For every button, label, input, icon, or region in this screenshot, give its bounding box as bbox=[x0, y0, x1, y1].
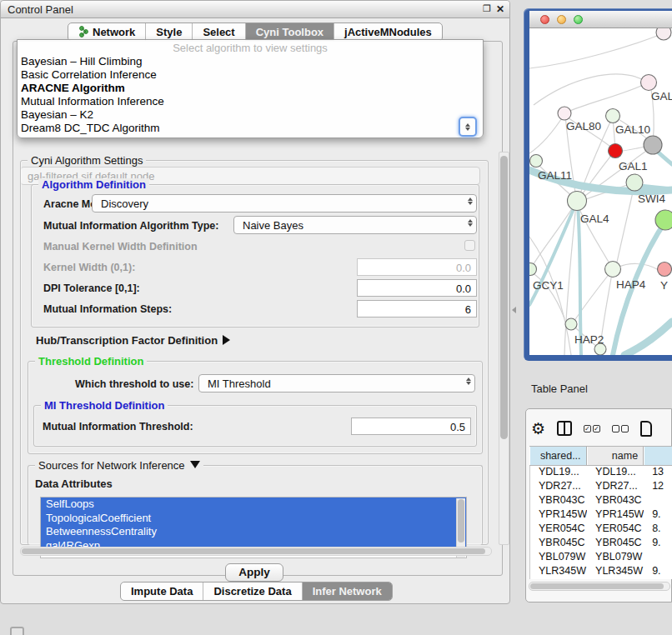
kernel-width-field[interactable]: 0.0 bbox=[357, 258, 477, 276]
sources-toggle[interactable]: Sources for Network Inference bbox=[35, 459, 203, 472]
combobox-arrows-icon bbox=[468, 219, 473, 227]
export-table-icon[interactable] bbox=[640, 421, 652, 437]
algorithm-option[interactable]: Bayesian – Hill Climbing bbox=[18, 55, 483, 68]
network-node[interactable] bbox=[626, 174, 643, 191]
close-window-icon[interactable]: ✕ bbox=[496, 3, 504, 15]
network-node[interactable] bbox=[558, 107, 571, 120]
scrollbar-thumb[interactable] bbox=[22, 548, 485, 554]
algorithm-definition-group: Algorithm Definition Aracne Mode: Discov… bbox=[31, 184, 479, 328]
tab-discretize-data[interactable]: Discretize Data bbox=[203, 582, 302, 600]
settings-horizontal-scrollbar[interactable] bbox=[20, 547, 492, 556]
table-row[interactable]: YBR043CYBR043C bbox=[530, 494, 672, 508]
table-cell: 13 bbox=[644, 466, 672, 480]
aracne-mode-combobox[interactable]: Discovery bbox=[92, 194, 477, 212]
network-node[interactable] bbox=[568, 192, 587, 211]
tab-jactivemnodules[interactable]: jActiveMNodules bbox=[334, 23, 442, 41]
network-node[interactable] bbox=[656, 28, 671, 40]
network-node[interactable] bbox=[565, 318, 577, 330]
table-cell: 9. bbox=[644, 508, 672, 522]
mi-steps-field[interactable]: 6 bbox=[357, 300, 477, 318]
column-header[interactable]: shared... bbox=[529, 447, 587, 465]
control-panel-window: Control Panel ❐ ✕ NetworkStyleSelectCyni… bbox=[0, 0, 510, 604]
network-node[interactable] bbox=[529, 263, 537, 276]
algorithm-dropdown-popup: Select algorithm to view settings Bayesi… bbox=[17, 39, 484, 138]
gear-icon[interactable]: ⚙ bbox=[531, 419, 545, 438]
collapsed-panel-icon[interactable] bbox=[10, 627, 24, 635]
which-threshold-value: MI Threshold bbox=[208, 378, 271, 390]
settings-vertical-scrollbar[interactable] bbox=[499, 152, 509, 545]
scrollbar-thumb[interactable] bbox=[500, 156, 508, 439]
table-cell: YDR27... bbox=[587, 480, 644, 494]
attribute-item[interactable]: TopologicalCoefficient bbox=[41, 512, 466, 526]
which-threshold-label: Which threshold to use: bbox=[75, 378, 193, 390]
table-row[interactable]: YLR345WYLR345W9. bbox=[530, 565, 672, 579]
threshold-definition-group: Threshold Definition Which threshold to … bbox=[28, 361, 483, 454]
network-node[interactable] bbox=[644, 136, 662, 154]
control-panel-title: Control Panel bbox=[8, 3, 73, 16]
table-panel-window: ⚙ ✓✓ shared...name YDL19...YDL19...13YDR… bbox=[525, 408, 672, 602]
algorithm-option[interactable]: Basic Correlation Inference bbox=[18, 68, 483, 82]
manual-kernel-checkbox[interactable] bbox=[464, 240, 475, 251]
mi-threshold-field[interactable]: 0.5 bbox=[351, 418, 471, 435]
table-row[interactable]: YBL079WYBL079W bbox=[530, 551, 672, 565]
network-graph-canvas[interactable]: GALGAL80GAL10GAL1GAL11SWI4GAL4GCY1HAP4YH… bbox=[529, 28, 672, 355]
dpi-tolerance-field[interactable]: 0.0 bbox=[357, 279, 477, 297]
scrollbar-thumb[interactable] bbox=[458, 499, 464, 542]
tab-label: Style bbox=[156, 26, 182, 38]
algorithm-option[interactable]: ARACNE Algorithm bbox=[18, 82, 483, 95]
network-node[interactable] bbox=[530, 155, 543, 168]
table-horizontal-scrollbar[interactable] bbox=[529, 582, 670, 591]
mi-threshold-definition-group: MI Threshold Definition Mutual Informati… bbox=[33, 405, 477, 447]
tab-infer-network[interactable]: Infer Network bbox=[303, 582, 392, 600]
float-window-icon[interactable]: ❐ bbox=[483, 3, 491, 14]
hub-definition-toggle[interactable]: Hub/Transcription Factor Definition bbox=[36, 334, 230, 347]
column-header[interactable]: name bbox=[587, 447, 644, 465]
tab-select[interactable]: Select bbox=[193, 23, 245, 41]
splitpane-divider-handle[interactable] bbox=[512, 307, 517, 315]
scrollbar-thumb[interactable] bbox=[530, 583, 664, 589]
minimize-traffic-light-icon[interactable] bbox=[557, 15, 566, 24]
tab-cyni-toolbox[interactable]: Cyni Toolbox bbox=[246, 23, 334, 41]
network-node[interactable] bbox=[609, 144, 623, 158]
algorithm-option[interactable]: Bayesian – K2 bbox=[18, 108, 483, 122]
table-panel-title: Table Panel bbox=[531, 382, 588, 395]
dpi-tolerance-label: DPI Tolerance [0,1]: bbox=[43, 282, 140, 294]
column-header[interactable] bbox=[644, 447, 672, 465]
tab-label: jActiveMNodules bbox=[344, 26, 432, 38]
network-node[interactable] bbox=[655, 210, 672, 230]
cyni-algorithm-settings-title: Cyni Algorithm Settings bbox=[28, 154, 146, 167]
network-node[interactable] bbox=[641, 75, 657, 91]
table-row[interactable]: YBR045CYBR045C9. bbox=[530, 537, 672, 551]
attribute-item[interactable]: BetweennessCentrality bbox=[41, 525, 466, 539]
column-chooser-icon[interactable] bbox=[557, 421, 572, 436]
algorithm-option[interactable]: Dream8 DC_TDC Algorithm bbox=[18, 122, 483, 135]
table-row[interactable]: YER054CYER054C8. bbox=[530, 522, 672, 537]
table-row[interactable]: YDL19...YDL19...13 bbox=[530, 466, 672, 480]
table-cell bbox=[644, 551, 672, 565]
which-threshold-combobox[interactable]: MI Threshold bbox=[198, 374, 475, 392]
network-node[interactable] bbox=[605, 262, 621, 278]
network-node[interactable] bbox=[658, 262, 672, 277]
network-node[interactable] bbox=[606, 109, 620, 123]
table-toolbar: ⚙ ✓✓ bbox=[531, 416, 671, 441]
table-cell: YLR345W bbox=[587, 565, 644, 579]
node-label: SWI4 bbox=[638, 192, 665, 205]
mi-type-combobox[interactable]: Naive Bayes bbox=[233, 216, 477, 234]
select-all-icon[interactable]: ✓✓ bbox=[584, 425, 600, 432]
deselect-all-icon[interactable] bbox=[612, 425, 629, 432]
zoom-traffic-light-icon[interactable] bbox=[574, 15, 583, 24]
tab-network[interactable]: Network bbox=[68, 23, 146, 41]
table-row[interactable]: YPR145WYPR145W9. bbox=[530, 508, 672, 522]
close-traffic-light-icon[interactable] bbox=[540, 15, 549, 24]
attribute-item[interactable]: SelfLoops bbox=[41, 498, 466, 512]
tab-style[interactable]: Style bbox=[146, 23, 193, 41]
table-cell: YER054C bbox=[587, 522, 644, 537]
apply-button[interactable]: Apply bbox=[225, 563, 283, 582]
algorithm-option[interactable]: Mutual Information Inference bbox=[18, 95, 483, 108]
combobox-arrows-icon bbox=[468, 198, 473, 205]
algorithm-combobox-arrow-button[interactable] bbox=[459, 117, 477, 137]
tab-impute-data[interactable]: Impute Data bbox=[121, 582, 203, 600]
table-row[interactable]: YDR27...YDR27...12 bbox=[530, 480, 672, 494]
tab-label: Network bbox=[93, 26, 135, 38]
chevron-right-icon bbox=[223, 335, 230, 345]
